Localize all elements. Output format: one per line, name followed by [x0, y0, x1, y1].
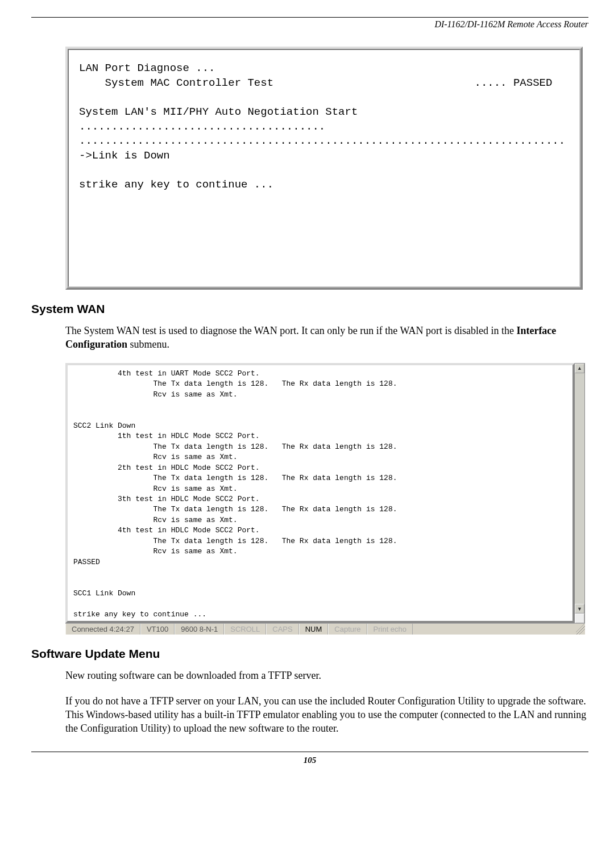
scrollbar[interactable]: ▲ ▼: [575, 363, 585, 624]
status-caps: CAPS: [266, 624, 298, 635]
status-resize-icon: [576, 624, 585, 635]
terminal-lan-diagnose: LAN Port Diagnose ... System MAC Control…: [65, 47, 583, 290]
wan-para-suffix: submenu.: [127, 339, 169, 350]
scroll-down-icon[interactable]: ▼: [575, 604, 584, 614]
paragraph-system-wan: The System WAN test is used to diagnose …: [65, 324, 588, 352]
wan-para-prefix: The System WAN test is used to diagnose …: [65, 325, 516, 336]
status-printecho: Print echo: [367, 624, 413, 635]
status-num: NUM: [299, 624, 329, 635]
heading-software-update: Software Update Menu: [31, 647, 588, 661]
status-connected: Connected 4:24:27: [65, 624, 140, 635]
paragraph-update-1: New routing software can be downloaded f…: [65, 669, 588, 682]
header-product: DI-1162/DI-1162M Remote Access Router: [31, 19, 588, 30]
scroll-up-icon[interactable]: ▲: [575, 364, 584, 373]
terminal-wan-wrapper: 4th test in UART Mode SCC2 Port. The Tx …: [65, 363, 585, 624]
status-capture: Capture: [328, 624, 367, 635]
paragraph-update-2: If you do not have a TFTP server on your…: [65, 694, 588, 736]
scroll-track[interactable]: [575, 373, 584, 604]
footer-rule: [31, 752, 588, 752]
resize-grip-icon: [575, 614, 584, 623]
statusbar: Connected 4:24:27 VT100 9600 8-N-1 SCROL…: [65, 623, 585, 635]
header-rule: [31, 17, 588, 18]
terminal-wan-output: 4th test in UART Mode SCC2 Port. The Tx …: [68, 365, 572, 621]
terminal-wan: 4th test in UART Mode SCC2 Port. The Tx …: [65, 363, 575, 624]
heading-system-wan: System WAN: [31, 302, 588, 316]
status-emulation: VT100: [140, 624, 175, 635]
terminal-lan-output: LAN Port Diagnose ... System MAC Control…: [79, 61, 569, 193]
page-number: 105: [31, 756, 588, 765]
status-port: 9600 8-N-1: [175, 624, 224, 635]
status-scroll: SCROLL: [224, 624, 266, 635]
